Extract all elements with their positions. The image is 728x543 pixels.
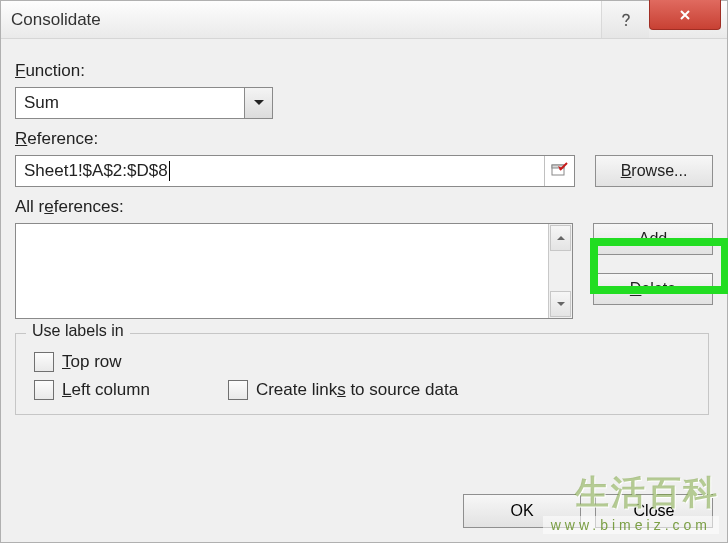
dialog-content: Function: Sum Reference: Sheet1!$A$2:$D$… — [1, 39, 727, 425]
delete-button[interactable]: Delete — [593, 273, 713, 305]
top-row-label: Top row — [62, 352, 122, 372]
function-dropdown-button[interactable] — [244, 88, 272, 118]
left-column-label: Left column — [62, 380, 150, 400]
reference-input-wrapper: Sheet1!$A$2:$D$8 — [15, 155, 575, 187]
browse-button[interactable]: Browse... — [595, 155, 713, 187]
left-column-checkbox[interactable] — [34, 380, 54, 400]
svg-point-0 — [624, 23, 626, 25]
use-labels-groupbox: Use labels in Top row Left column Create… — [15, 333, 709, 415]
text-caret — [169, 161, 170, 181]
range-select-icon — [551, 162, 569, 180]
create-links-checkbox[interactable] — [228, 380, 248, 400]
function-label: Function: — [15, 61, 713, 81]
function-value: Sum — [16, 88, 244, 118]
top-row-checkbox[interactable] — [34, 352, 54, 372]
close-button[interactable]: Close — [595, 494, 713, 528]
all-references-listbox[interactable] — [15, 223, 573, 319]
titlebar-buttons — [601, 1, 727, 38]
chevron-down-icon — [253, 99, 265, 107]
window-title: Consolidate — [11, 10, 101, 30]
add-button[interactable]: Add — [593, 223, 713, 255]
close-window-button[interactable] — [649, 0, 721, 30]
chevron-down-icon — [556, 301, 566, 307]
listbox-content — [16, 224, 548, 318]
title-bar: Consolidate — [1, 1, 727, 39]
chevron-up-icon — [556, 235, 566, 241]
reference-label: Reference: — [15, 129, 713, 149]
reference-input[interactable]: Sheet1!$A$2:$D$8 — [16, 156, 544, 186]
close-icon — [678, 8, 692, 22]
help-icon — [618, 12, 634, 28]
dialog-footer: OK Close — [463, 494, 713, 528]
ok-button[interactable]: OK — [463, 494, 581, 528]
scroll-down-button[interactable] — [550, 291, 571, 317]
collapse-dialog-button[interactable] — [544, 156, 574, 186]
groupbox-title: Use labels in — [26, 322, 130, 340]
consolidate-dialog: Consolidate Function: Sum Reference: — [0, 0, 728, 543]
scroll-up-button[interactable] — [550, 225, 571, 251]
listbox-scrollbar[interactable] — [548, 224, 572, 318]
function-combobox[interactable]: Sum — [15, 87, 273, 119]
create-links-label: Create links to source data — [256, 380, 458, 400]
all-references-label: All references: — [15, 197, 713, 217]
help-button[interactable] — [601, 1, 649, 38]
